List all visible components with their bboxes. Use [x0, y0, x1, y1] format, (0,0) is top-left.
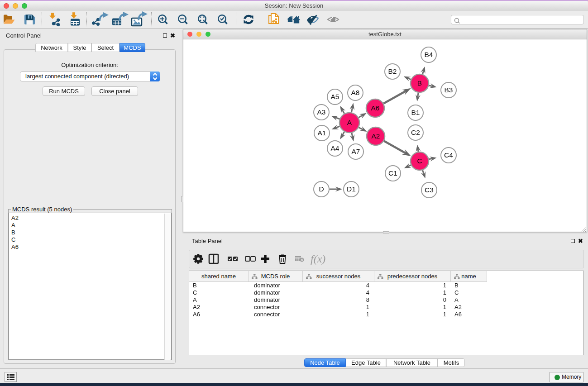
svg-text:B4: B4 [425, 51, 433, 58]
svg-text:A7: A7 [352, 148, 360, 155]
svg-text:A6: A6 [371, 104, 380, 112]
svg-text:C1: C1 [388, 169, 397, 177]
svg-text:C4: C4 [444, 151, 453, 159]
svg-text:A5: A5 [331, 93, 339, 100]
svg-text:B2: B2 [388, 67, 397, 75]
svg-text:B3: B3 [445, 86, 453, 94]
svg-text:A8: A8 [351, 89, 360, 96]
svg-text:B1: B1 [411, 109, 420, 116]
svg-text:A1: A1 [318, 129, 326, 137]
svg-text:D: D [319, 185, 324, 193]
svg-text:A: A [347, 119, 352, 126]
svg-text:D1: D1 [347, 185, 356, 193]
svg-text:C3: C3 [425, 186, 434, 194]
svg-text:C2: C2 [411, 129, 420, 136]
svg-text:C: C [417, 157, 422, 165]
svg-text:A2: A2 [372, 132, 380, 140]
svg-text:B: B [417, 79, 422, 87]
svg-text:A4: A4 [331, 144, 339, 152]
svg-text:A3: A3 [317, 108, 326, 116]
svg-text:f(x): f(x) [311, 253, 325, 265]
